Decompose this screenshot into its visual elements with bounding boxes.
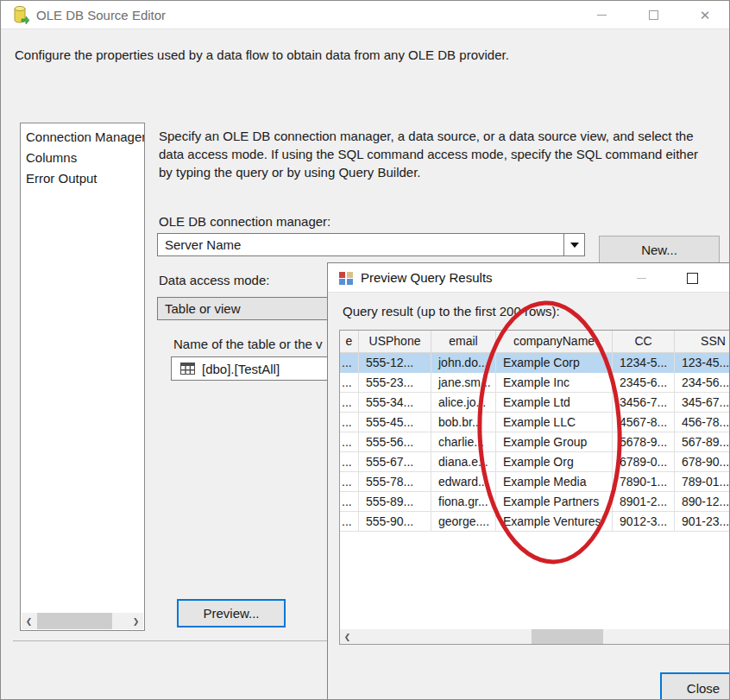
table-row[interactable]: ...555-67...diana.e...Example Org6789-0.… bbox=[340, 452, 730, 472]
dropdown-arrow[interactable] bbox=[563, 234, 584, 255]
sidebar-horizontal-scrollbar[interactable]: ❮ ❯ bbox=[22, 613, 143, 629]
table-cell[interactable]: Example LLC bbox=[496, 413, 613, 432]
table-cell[interactable]: 7890-1... bbox=[613, 472, 675, 492]
table-cell[interactable]: 123-45... bbox=[675, 353, 730, 373]
table-cell[interactable]: 234-56... bbox=[675, 373, 730, 393]
column-header[interactable]: SSN bbox=[675, 331, 730, 353]
table-cell[interactable]: 5678-9... bbox=[613, 432, 675, 452]
database-icon bbox=[12, 5, 29, 24]
table-cell[interactable]: fiona.gr... bbox=[431, 492, 496, 512]
table-cell[interactable]: ... bbox=[340, 373, 359, 393]
preview-button[interactable]: Preview... bbox=[177, 599, 286, 627]
table-cell[interactable]: Example Ventures bbox=[496, 512, 613, 532]
table-row[interactable]: ...555-34...alice.jo...Example Ltd3456-7… bbox=[340, 393, 730, 413]
table-cell[interactable]: Example Group bbox=[496, 432, 613, 452]
grid-horizontal-scrollbar[interactable]: ❮ bbox=[340, 629, 730, 644]
table-cell[interactable]: ... bbox=[340, 492, 359, 512]
new-button[interactable]: New... bbox=[599, 236, 720, 263]
preview-close-x-button[interactable]: ✕ bbox=[727, 264, 730, 292]
close-button-preview[interactable]: Close bbox=[660, 672, 730, 700]
table-cell[interactable]: 555-89... bbox=[359, 492, 431, 512]
close-button[interactable]: ✕ bbox=[689, 1, 721, 28]
table-cell[interactable]: alice.jo... bbox=[431, 393, 496, 413]
table-cell[interactable]: ... bbox=[340, 353, 359, 373]
data-access-mode-label: Data access mode: bbox=[159, 273, 269, 287]
column-header[interactable]: e bbox=[340, 331, 359, 353]
table-cell[interactable]: ... bbox=[340, 432, 359, 452]
table-cell[interactable]: 789-01... bbox=[675, 472, 730, 492]
scroll-left-arrow-icon[interactable]: ❮ bbox=[22, 613, 36, 629]
table-name-value: [dbo].[TestAll] bbox=[195, 362, 280, 376]
sidebar-item-columns[interactable]: Columns bbox=[21, 148, 144, 168]
table-cell[interactable]: 1234-5... bbox=[613, 353, 675, 373]
column-header[interactable]: USPhone bbox=[359, 331, 431, 353]
table-cell[interactable]: Example Org bbox=[496, 452, 613, 472]
table-cell[interactable]: diana.e... bbox=[431, 452, 496, 472]
table-cell[interactable]: 678-90... bbox=[675, 452, 730, 472]
scrollbar-thumb[interactable] bbox=[532, 629, 603, 644]
table-cell[interactable]: 8901-2... bbox=[613, 492, 675, 512]
connection-manager-value: Server Name bbox=[158, 237, 241, 252]
table-row[interactable]: ...555-12...john.do...Example Corp1234-5… bbox=[340, 353, 730, 373]
table-cell[interactable]: george.... bbox=[431, 512, 496, 532]
table-row[interactable]: ...555-45...bob.br...Example LLC4567-8..… bbox=[340, 413, 730, 432]
minimize-button[interactable] bbox=[586, 1, 617, 28]
maximize-icon bbox=[649, 10, 658, 20]
table-cell[interactable]: 555-78... bbox=[359, 472, 431, 492]
table-cell[interactable]: 555-45... bbox=[359, 413, 431, 432]
table-cell[interactable]: 345-67... bbox=[675, 393, 730, 413]
table-cell[interactable]: ... bbox=[340, 413, 359, 432]
table-cell[interactable]: 3456-7... bbox=[613, 393, 675, 413]
column-header[interactable]: companyName bbox=[496, 331, 613, 353]
table-cell[interactable]: Example Ltd bbox=[496, 393, 613, 413]
table-cell[interactable]: charlie... bbox=[431, 432, 496, 452]
table-cell[interactable]: edward... bbox=[431, 472, 496, 492]
form-icon bbox=[339, 271, 353, 285]
table-cell[interactable]: Example Inc bbox=[496, 373, 613, 393]
table-row[interactable]: ...555-23...jane.sm...Example Inc2345-6.… bbox=[340, 373, 730, 393]
table-cell[interactable]: 890-12... bbox=[675, 492, 730, 512]
table-cell[interactable]: ... bbox=[340, 393, 359, 413]
sidebar-item-error-output[interactable]: Error Output bbox=[21, 168, 144, 189]
preview-query-results-window: Preview Query Results ✕ Query result (up… bbox=[327, 262, 730, 700]
table-cell[interactable]: 555-56... bbox=[359, 432, 431, 452]
table-cell[interactable]: 555-34... bbox=[359, 393, 431, 413]
table-cell[interactable]: ... bbox=[340, 472, 359, 492]
table-cell[interactable]: ... bbox=[340, 452, 359, 472]
table-row[interactable]: ...555-89...fiona.gr...Example Partners8… bbox=[340, 492, 730, 512]
maximize-button[interactable] bbox=[638, 1, 669, 28]
data-access-mode-value: Table or view bbox=[158, 301, 241, 316]
table-cell[interactable]: 555-67... bbox=[359, 452, 431, 472]
table-cell[interactable]: ... bbox=[340, 512, 359, 532]
table-cell[interactable]: 456-78... bbox=[675, 413, 730, 432]
connection-manager-combobox[interactable]: Server Name bbox=[157, 233, 585, 256]
scroll-right-arrow-icon[interactable]: ❯ bbox=[129, 613, 143, 629]
scroll-left-arrow-icon[interactable]: ❮ bbox=[340, 629, 355, 644]
table-cell[interactable]: 567-89... bbox=[675, 432, 730, 452]
preview-minimize-button[interactable] bbox=[626, 264, 657, 292]
table-cell[interactable]: 6789-0... bbox=[613, 452, 675, 472]
table-cell[interactable]: bob.br... bbox=[431, 413, 496, 432]
column-header[interactable]: email bbox=[431, 331, 496, 353]
preview-maximize-button[interactable] bbox=[677, 264, 708, 292]
column-header[interactable]: CC bbox=[613, 331, 675, 353]
table-cell[interactable]: Example Media bbox=[496, 472, 613, 492]
sidebar-item-connection-manager[interactable]: Connection Manager bbox=[21, 127, 144, 148]
table-cell[interactable]: 4567-8... bbox=[613, 413, 675, 432]
instruction-text: Specify an OLE DB connection manager, a … bbox=[159, 127, 715, 181]
table-cell[interactable]: john.do... bbox=[431, 353, 496, 373]
table-row[interactable]: ...555-78...edward...Example Media7890-1… bbox=[340, 472, 730, 492]
table-cell[interactable]: jane.sm... bbox=[431, 373, 496, 393]
table-cell[interactable]: 555-12... bbox=[359, 353, 431, 373]
table-cell[interactable]: Example Corp bbox=[496, 353, 613, 373]
table-cell[interactable]: Example Partners bbox=[496, 492, 613, 512]
table-cell[interactable]: 9012-3... bbox=[613, 512, 675, 532]
table-cell[interactable]: 2345-6... bbox=[613, 373, 675, 393]
table-row[interactable]: ...555-56...charlie...Example Group5678-… bbox=[340, 432, 730, 452]
table-cell[interactable]: 555-23... bbox=[359, 373, 431, 393]
scrollbar-thumb[interactable] bbox=[37, 613, 112, 629]
table-cell[interactable]: 555-90... bbox=[359, 512, 431, 532]
table-cell[interactable]: 901-23... bbox=[675, 512, 730, 532]
table-row[interactable]: ...555-90...george....Example Ventures90… bbox=[340, 512, 730, 532]
connection-manager-label: OLE DB connection manager: bbox=[159, 214, 330, 229]
